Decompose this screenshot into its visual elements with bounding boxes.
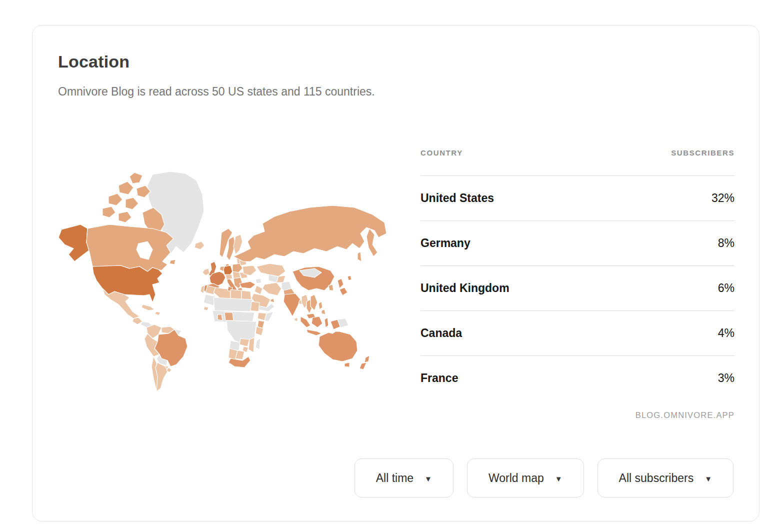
map-region-north-america (58, 172, 204, 328)
subscriber-percentage: 8% (718, 236, 734, 250)
map-country-iran (262, 282, 282, 296)
table-row: France 3% (420, 356, 734, 400)
map-country-germany (224, 266, 232, 276)
map-island-tasmania (344, 362, 350, 367)
country-name: United States (420, 192, 494, 205)
table-row: Germany 8% (420, 220, 734, 266)
table-row: United Kingdom 6% (420, 266, 734, 310)
country-name: Canada (420, 326, 462, 340)
map-country-cuba (142, 304, 154, 310)
map-country-portugal (200, 286, 204, 294)
column-header-subscribers: SUBSCRIBERS (671, 148, 734, 157)
map-country-russia (234, 206, 386, 262)
map-country-nigeria (224, 312, 234, 320)
source-link[interactable]: BLOG.OMNIVORE.APP (420, 410, 734, 420)
map-country-sudan (250, 302, 260, 312)
map-country-india (284, 294, 300, 316)
table-header: COUNTRY SUBSCRIBERS (420, 148, 734, 176)
map-country-philippines (318, 302, 322, 310)
map-island-madagascar (256, 338, 260, 350)
country-name: Germany (420, 236, 470, 250)
map-view-label: World map (488, 472, 544, 485)
subscriber-percentage: 6% (718, 282, 734, 295)
country-name: France (420, 372, 458, 385)
map-country-iceland (194, 242, 204, 250)
map-country-finland (234, 234, 242, 254)
map-region-south-america (144, 324, 188, 392)
map-country-new-zealand (364, 356, 370, 362)
country-name: United Kingdom (420, 282, 510, 295)
audience-dropdown[interactable]: All subscribers ▼ (598, 458, 734, 498)
column-header-country: COUNTRY (420, 148, 463, 157)
chevron-down-icon: ▼ (424, 474, 432, 482)
location-card: Location Omnivore Blog is read across 50… (32, 25, 760, 522)
map-country-zambia (240, 338, 250, 346)
map-country-kazakhstan (256, 264, 286, 276)
map-island-java (306, 330, 322, 336)
time-range-label: All time (376, 472, 414, 485)
subscriber-percentage: 32% (712, 192, 734, 205)
map-country-south-korea (328, 284, 334, 290)
table-row: United States 32% (420, 176, 734, 220)
map-country-canada (86, 224, 174, 272)
world-map-svg (54, 168, 400, 398)
audience-label: All subscribers (619, 472, 694, 485)
map-country-australia (318, 332, 358, 362)
map-region-oceania (318, 332, 370, 370)
table-row: Canada 4% (420, 310, 734, 356)
map-island-borneo (312, 316, 322, 328)
map-country-ghana (218, 314, 222, 320)
map-view-dropdown[interactable]: World map ▼ (467, 458, 584, 498)
subscriber-percentage: 4% (718, 326, 734, 340)
map-country-japan (338, 278, 344, 288)
chevron-down-icon: ▼ (704, 474, 712, 482)
map-country-argentina (156, 362, 168, 392)
card-subtitle: Omnivore Blog is read across 50 US state… (58, 85, 375, 98)
world-map-choropleth[interactable] (54, 168, 400, 398)
page-title: Location (58, 52, 130, 72)
country-subscribers-table: COUNTRY SUBSCRIBERS United States 32% Ge… (420, 148, 734, 420)
filter-bar: All time ▼ World map ▼ All subscribers ▼ (354, 458, 734, 498)
chevron-down-icon: ▼ (555, 474, 562, 482)
subscriber-percentage: 3% (718, 372, 734, 385)
time-range-dropdown[interactable]: All time ▼ (354, 458, 454, 498)
map-country-ukraine (242, 266, 256, 276)
